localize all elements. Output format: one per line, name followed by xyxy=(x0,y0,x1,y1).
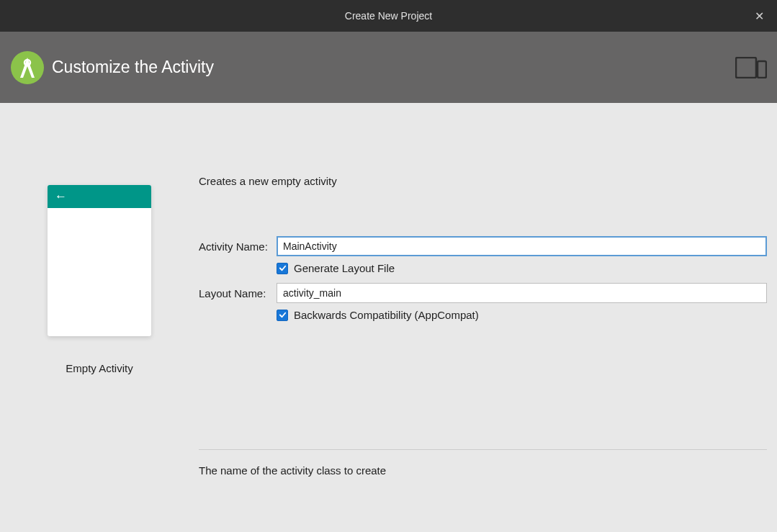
header-title: Customize the Activity xyxy=(52,58,214,77)
form-column: Creates a new empty activity Activity Na… xyxy=(199,175,777,532)
header-banner: Customize the Activity xyxy=(0,32,777,103)
form-description: Creates a new empty activity xyxy=(199,175,767,187)
generate-layout-row: Generate Layout File xyxy=(277,262,767,274)
svg-rect-2 xyxy=(736,58,756,78)
generate-layout-label: Generate Layout File xyxy=(294,262,395,274)
content-area: ← Empty Activity Creates a new empty act… xyxy=(0,103,777,532)
preview-label: Empty Activity xyxy=(66,362,133,374)
backwards-compat-label: Backwards Compatibility (AppCompat) xyxy=(294,309,479,321)
layout-name-label: Layout Name: xyxy=(199,287,277,299)
activity-preview: ← xyxy=(48,185,151,336)
activity-name-input[interactable] xyxy=(277,236,767,256)
preview-toolbar: ← xyxy=(48,185,151,208)
back-arrow-icon: ← xyxy=(55,189,67,204)
window-title: Create New Project xyxy=(345,10,432,22)
activity-name-row: Activity Name: xyxy=(199,236,767,256)
device-preview-icon xyxy=(735,57,767,78)
divider xyxy=(199,449,767,450)
help-text: The name of the activity class to create xyxy=(199,464,767,477)
layout-name-input[interactable] xyxy=(277,283,767,303)
generate-layout-checkbox[interactable] xyxy=(277,263,288,274)
svg-point-0 xyxy=(11,51,44,84)
activity-name-label: Activity Name: xyxy=(199,240,277,253)
titlebar: Create New Project ✕ xyxy=(0,0,777,32)
android-studio-logo-icon xyxy=(10,50,45,85)
layout-name-row: Layout Name: xyxy=(199,283,767,303)
backwards-compat-row: Backwards Compatibility (AppCompat) xyxy=(277,309,767,321)
close-icon[interactable]: ✕ xyxy=(755,9,764,23)
svg-rect-3 xyxy=(758,61,766,78)
backwards-compat-checkbox[interactable] xyxy=(277,310,288,321)
header-left: Customize the Activity xyxy=(10,50,214,85)
preview-column: ← Empty Activity xyxy=(0,175,199,532)
